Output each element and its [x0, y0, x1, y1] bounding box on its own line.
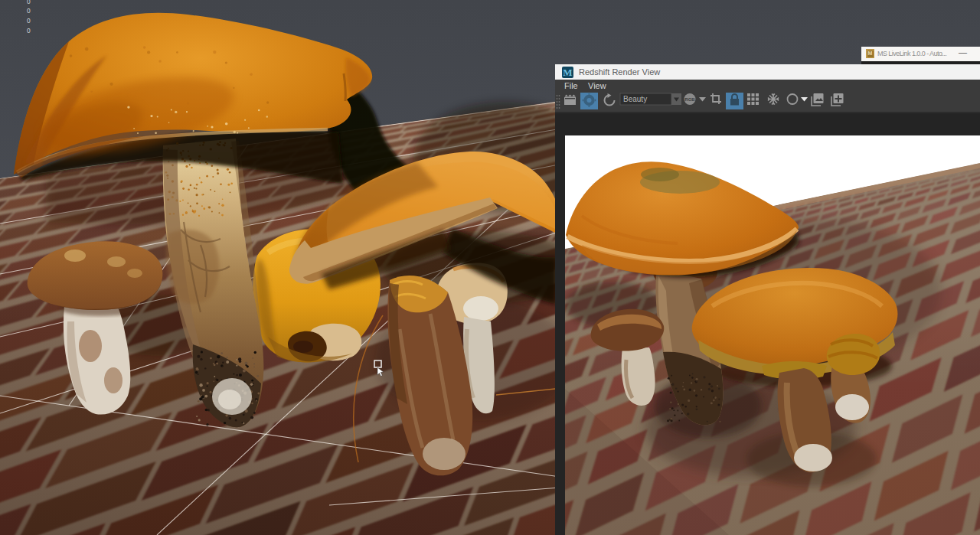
- svg-text:Beauty: Beauty: [623, 95, 647, 103]
- svg-text:0: 0: [27, 17, 31, 24]
- svg-text:0: 0: [27, 27, 31, 34]
- svg-text:M: M: [563, 67, 572, 78]
- svg-text:0: 0: [27, 7, 31, 15]
- svg-text:RGB: RGB: [684, 97, 695, 102]
- svg-text:0: 0: [27, 0, 31, 5]
